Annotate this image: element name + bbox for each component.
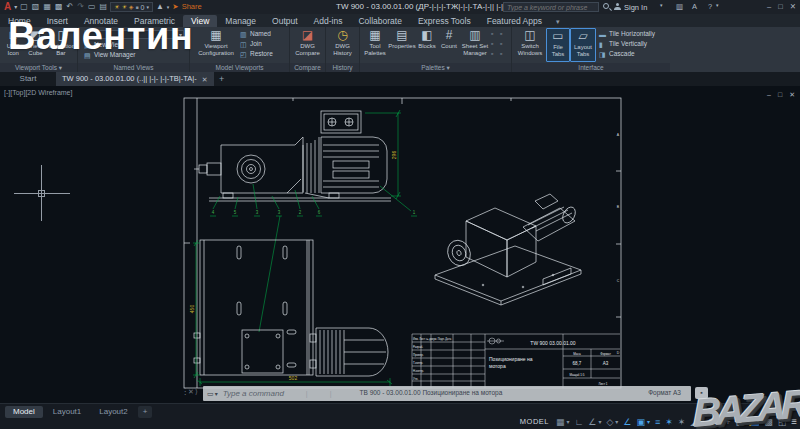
layout-tabs-icon: ▱ — [578, 30, 587, 43]
palette-mini-icon[interactable]: ▫ — [491, 40, 499, 49]
plan-view — [194, 240, 388, 376]
cascade-button[interactable]: ◨ Cascade — [599, 50, 655, 59]
start-tab[interactable]: Start — [0, 72, 56, 86]
polar-dropdown-icon[interactable]: ▾ — [598, 419, 601, 425]
sign-in-button[interactable]: Sign In — [624, 4, 647, 12]
isodraft-dropdown-icon[interactable]: ▾ — [615, 419, 618, 425]
object-snap-tracking-icon[interactable]: ∠ — [623, 418, 631, 427]
tool-palettes-button[interactable]: ▦ Tool Palettes — [362, 28, 388, 62]
sheet-set-manager-button[interactable]: ▥ Sheet Set Manager — [460, 28, 490, 62]
properties-button[interactable]: ▤ Properties — [388, 28, 416, 62]
drawing-close-button[interactable]: ✕ — [789, 91, 795, 98]
new-icon[interactable]: ▢ — [20, 3, 28, 11]
redo-icon[interactable]: ↷ — [77, 3, 84, 11]
panel-label-interface[interactable]: Interface — [512, 63, 670, 72]
layer-dropdown-icon[interactable]: ▾ — [146, 5, 149, 10]
commandline-customize-icon[interactable]: ⟩ — [195, 388, 198, 395]
ribbon-options-icon[interactable]: ▾ — [550, 16, 566, 27]
named-viewport-button[interactable]: ▥ Named — [240, 30, 273, 39]
viewport-controls[interactable]: [-][Top][2D Wireframe] — [4, 89, 72, 96]
count-button[interactable]: # Count — [438, 28, 460, 62]
model-space-badge[interactable]: MODEL — [520, 418, 549, 426]
palette-mini-icon[interactable]: ▫ — [500, 40, 508, 49]
object-snap-icon[interactable]: ▣ — [636, 418, 645, 427]
workspace-icon[interactable]: ▲ — [156, 3, 164, 11]
panel-label-model-viewports[interactable]: Model Viewports — [190, 63, 289, 72]
command-line[interactable]: ▭ ▾ Type a command | | ТВ 900 - 03.00.01… — [203, 386, 691, 401]
app-store-icon[interactable]: ▥ — [676, 3, 683, 11]
plot-icon[interactable]: ▭ — [88, 3, 96, 11]
layout2-tab[interactable]: Layout2 — [91, 406, 135, 418]
join-viewport-button[interactable]: ◫ Join — [240, 40, 273, 49]
switch-windows-button[interactable]: ◫ Switch Windows — [514, 28, 546, 62]
dwg-history-button[interactable]: ◷ DWG History — [328, 28, 357, 62]
save-icon[interactable]: ▦ — [43, 3, 51, 11]
save-as-icon[interactable]: ▩ — [55, 3, 63, 11]
share-button[interactable]: Share — [182, 3, 202, 11]
panel-label-compare[interactable]: Compare — [290, 63, 325, 72]
palette-mini-icon[interactable]: ▫ — [491, 30, 499, 39]
drawing-canvas[interactable]: [-][Top][2D Wireframe] – □ ✕ A B C D — [0, 86, 800, 403]
search-icon[interactable] — [603, 3, 609, 9]
layout-tabs-label: Layout Tabs — [571, 44, 595, 57]
document-tab-close-icon[interactable]: ✕ — [202, 76, 208, 83]
dwg-compare-button[interactable]: ◪ DWG Compare — [292, 28, 323, 62]
ortho-icon[interactable]: ∟ — [575, 418, 584, 427]
panel-label-palettes[interactable]: Palettes ▾ — [360, 63, 511, 72]
restore-button[interactable]: □ — [778, 3, 783, 11]
search-input[interactable] — [504, 4, 598, 11]
panel-label-viewport-tools[interactable]: Viewport Tools ▾ — [0, 63, 77, 72]
minimize-button[interactable]: – — [767, 3, 771, 11]
panel-label-named-views[interactable]: Named Views — [78, 63, 189, 72]
app-menu-dropdown-icon[interactable]: ▾ — [14, 4, 17, 10]
new-layout-button[interactable]: + — [138, 406, 153, 418]
tab-add-ins[interactable]: Add-ins — [306, 15, 351, 28]
document-tab[interactable]: TW 900 - 03.00.01.00 (..|| |-|- |-|-TB|-… — [56, 72, 214, 86]
command-prompt[interactable]: Type a command — [223, 390, 284, 398]
layout-tabs-button[interactable]: ▱ Layout Tabs — [570, 28, 596, 62]
help-dropdown-icon[interactable]: ▾ — [716, 3, 719, 8]
tab-featured-apps[interactable]: Featured Apps — [479, 15, 550, 28]
viewport-configuration-button[interactable]: ▦ Viewport Configuration — [192, 28, 240, 62]
palette-mini-icon[interactable]: ▫ — [500, 50, 508, 59]
blocks-button[interactable]: ◧ Blocks — [416, 28, 438, 62]
help-icon[interactable]: ? — [708, 3, 712, 11]
panel-label-history[interactable]: History — [326, 63, 359, 72]
polar-tracking-icon[interactable]: ∠ — [588, 418, 596, 427]
lineweight-icon[interactable]: ≡ — [655, 418, 660, 427]
drawing-minimize-button[interactable]: – — [767, 91, 771, 98]
batch-plot-icon[interactable]: ▤ — [99, 3, 107, 11]
close-button[interactable]: ✕ — [790, 3, 796, 11]
model-tab[interactable]: Model — [5, 406, 43, 418]
commandline-close-icon[interactable]: ✕ — [188, 388, 194, 395]
drawing-restore-button[interactable]: □ — [778, 91, 782, 98]
open-icon[interactable]: ▧ — [32, 3, 40, 11]
tile-horizontally-button[interactable]: ▬ Tile Horizontally — [599, 30, 655, 39]
tab-manage[interactable]: Manage — [217, 15, 264, 28]
autodesk-icon[interactable]: A — [692, 3, 697, 11]
object-snap-dropdown-icon[interactable]: ▾ — [647, 419, 650, 425]
signin-dropdown-icon[interactable]: ▾ — [660, 3, 663, 8]
tile-vertically-button[interactable]: ▮ Tile Vertically — [599, 40, 655, 49]
autoscale-icon[interactable]: ✶ — [678, 418, 686, 427]
snap-dropdown-icon[interactable]: ▾ — [566, 419, 569, 425]
file-tabs-button[interactable]: ▭ File Tabs — [546, 28, 570, 62]
layer-dropdown[interactable]: ☀ ☀ ◈ ■ 0 ▾ — [110, 2, 153, 12]
recent-commands-dropdown-icon[interactable]: ▾ — [215, 391, 218, 397]
isodraft-icon[interactable]: ◇ — [606, 418, 613, 427]
restore-viewport-button[interactable]: ◰ Restore — [240, 50, 273, 59]
palettes-extra-icons: ▫ ▫ ▫ ▫ ▫ ▫ — [490, 28, 509, 62]
palette-mini-icon[interactable]: ▫ — [500, 30, 508, 39]
workspace-dropdown-icon[interactable]: ▾ — [167, 5, 170, 10]
new-drawing-tab-button[interactable]: + — [214, 72, 230, 86]
tab-output[interactable]: Output — [264, 15, 306, 28]
app-menu-button[interactable]: A — [4, 2, 11, 12]
annotation-visibility-icon[interactable]: ✶ — [665, 418, 673, 427]
layout1-tab[interactable]: Layout1 — [45, 406, 89, 418]
palette-mini-icon[interactable]: ▫ — [491, 50, 499, 59]
grid-icon[interactable]: ▦ — [556, 418, 565, 427]
tab-express-tools[interactable]: Express Tools — [410, 15, 479, 28]
recent-commands-icon[interactable]: ▭ — [207, 390, 214, 397]
undo-icon[interactable]: ↶ — [67, 3, 74, 11]
tab-collaborate[interactable]: Collaborate — [350, 15, 409, 28]
